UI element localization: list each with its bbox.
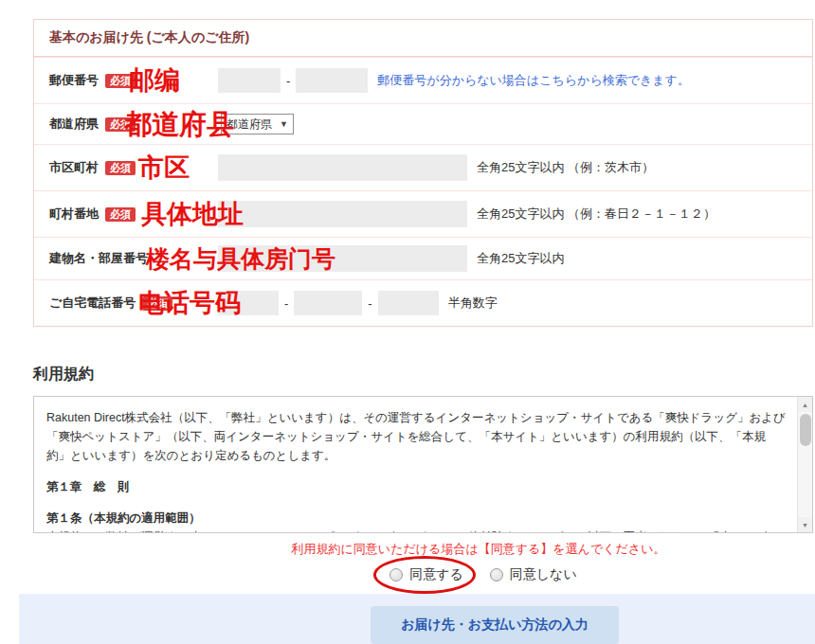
postal-label-cell: 郵便番号 必須: [34, 72, 218, 89]
disagree-radio-label: 同意しない: [510, 566, 577, 583]
annotation-street: 具体地址: [141, 202, 244, 227]
building-help-text: 全角25文字以内: [477, 250, 564, 267]
street-label: 町村番地: [49, 206, 99, 223]
city-help-text: 全角25文字以内 （例：茨木市）: [477, 159, 654, 176]
terms-paragraph: 本規約は、弊社が運営する本サイトにおけるショッピングサービスおよびその他付随する…: [46, 528, 788, 533]
address-form: 基本のお届け先 (ご本人のご住所) 郵便番号 必須 邮编 - 郵便番号が分からな…: [33, 19, 813, 327]
postal-separator: -: [286, 74, 290, 88]
agree-radio-option[interactable]: 同意する: [389, 566, 463, 583]
prefecture-label: 都道府県: [49, 116, 99, 133]
row-city: 市区町村 必須 市区 全角25文字以内 （例：茨木市）: [34, 144, 812, 190]
annotation-building: 楼名与具体房门号: [146, 247, 335, 271]
postal-code-input-1[interactable]: [218, 68, 281, 93]
terms-title: 利用規約: [33, 365, 815, 385]
annotation-prefecture: 都道府县: [124, 111, 234, 138]
agree-radio-button[interactable]: [389, 568, 403, 581]
scroll-down-icon[interactable]: ▼: [798, 517, 813, 532]
submit-button[interactable]: お届け先・お支払い方法の入力: [371, 606, 619, 644]
city-label: 市区町村: [49, 159, 99, 176]
disagree-radio-button[interactable]: [490, 568, 503, 581]
disagree-radio-option[interactable]: 同意しない: [490, 566, 577, 583]
required-badge: 必須: [105, 161, 136, 175]
phone-separator: -: [284, 296, 288, 311]
row-postal-code: 郵便番号 必須 邮编 - 郵便番号が分からない場合はこちらから検索できます。: [34, 57, 812, 103]
street-help-text: 全角25文字以内 （例：春日２－１－１２）: [477, 206, 715, 223]
terms-paragraph: Rakuten Direct株式会社（以下、「弊社」といいます）は、その運営する…: [46, 408, 788, 465]
terms-content: Rakuten Direct株式会社（以下、「弊社」といいます）は、その運営する…: [34, 397, 812, 533]
building-label: 建物名・部屋番号: [49, 250, 148, 267]
agree-instruction: 利用規約に同意いただける場合は【同意する】を選んでください。: [0, 541, 815, 558]
city-label-cell: 市区町村 必須: [34, 159, 218, 176]
phone-input-2[interactable]: [294, 291, 362, 315]
terms-article-title: 第１条（本規約の適用範囲）: [46, 509, 788, 528]
row-phone: ご自宅電話番号 必須 电话号码 - - 半角数字: [34, 279, 812, 326]
row-prefecture: 都道府県 必須 都道府县 都道府県 ▼: [34, 103, 812, 144]
postal-lookup-link[interactable]: 郵便番号が分からない場合はこちらから検索できます。: [377, 72, 690, 89]
postal-code-input-2[interactable]: [296, 68, 368, 93]
row-building: 建物名・部屋番号 楼名与具体房门号 全角25文字以内: [34, 237, 812, 279]
street-number-input[interactable]: [218, 201, 467, 227]
scrollbar-thumb[interactable]: [800, 414, 811, 446]
required-badge: 必須: [105, 207, 136, 222]
terms-chapter-heading: 第１章 総 則: [46, 477, 788, 496]
scrollbar-track[interactable]: [798, 412, 813, 517]
phone-help-text: 半角数字: [448, 295, 498, 312]
postal-label: 郵便番号: [49, 72, 99, 89]
terms-textbox[interactable]: Rakuten Direct株式会社（以下、「弊社」といいます）は、その運営する…: [33, 396, 813, 533]
phone-separator: -: [368, 296, 371, 311]
city-input[interactable]: [218, 154, 467, 181]
address-form-title: 基本のお届け先 (ご本人のご住所): [34, 20, 812, 57]
phone-label: ご自宅電話番号: [49, 295, 136, 312]
agreement-options: 同意する 同意しない: [0, 566, 815, 584]
annotation-postal: 邮编: [129, 68, 180, 94]
terms-scrollbar[interactable]: ▲ ▼: [797, 397, 812, 532]
footer-band: お届け先・お支払い方法の入力: [19, 594, 815, 644]
phone-input-3[interactable]: [378, 291, 439, 315]
row-street-number: 町村番地 必須 具体地址 全角25文字以内 （例：春日２－１－１２）: [34, 190, 812, 237]
annotation-city: 市区: [138, 155, 190, 181]
annotation-phone: 电话号码: [138, 291, 241, 316]
chevron-down-icon: ▼: [280, 119, 288, 129]
scroll-up-icon[interactable]: ▲: [798, 397, 813, 412]
agree-radio-label: 同意する: [409, 566, 463, 583]
